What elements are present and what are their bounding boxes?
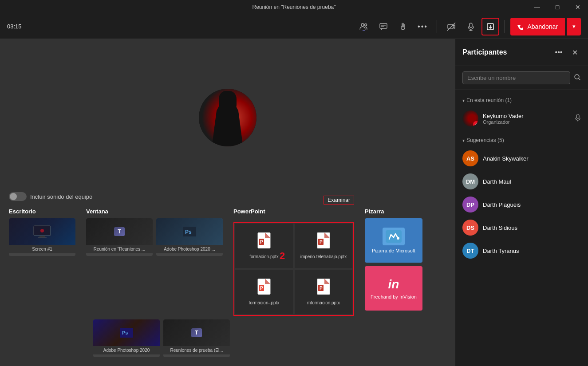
pizarra-microsoft[interactable]: Pizarra de Microsoft	[365, 218, 422, 263]
ppt-icon-3: P	[257, 279, 271, 298]
svg-rect-41	[576, 114, 579, 118]
participants-list: ▾ En esta reunión (1) Keykumo Vader Orga…	[455, 90, 588, 366]
share-button[interactable]	[481, 18, 499, 35]
examinar-button[interactable]: Examinar	[324, 196, 354, 205]
screen1-preview	[9, 218, 75, 245]
maximize-button[interactable]: □	[547, 0, 568, 14]
svg-rect-3	[380, 24, 387, 28]
svg-point-1	[365, 24, 367, 26]
participant-darth-tyranus[interactable]: DT Darth Tyranus	[455, 239, 588, 262]
search-icon-button[interactable]	[574, 74, 581, 83]
chat-icon	[379, 22, 388, 31]
abandon-dropdown-button[interactable]: ▾	[567, 18, 581, 35]
participant-darth-maul[interactable]: DM Darth Maul	[455, 170, 588, 193]
ventana-title: Ventana	[86, 208, 223, 215]
pptx-icon: P	[257, 232, 271, 248]
keykumo-avatar	[462, 110, 478, 126]
ppt-imperio[interactable]: P imperio-teletrabajo.pptx	[295, 224, 352, 268]
dm-name: Darth Maul	[483, 178, 581, 185]
participants-button[interactable]	[355, 18, 373, 35]
ppt-label-4: mformacion.pptx	[307, 300, 340, 305]
sound-toggle-switch[interactable]	[9, 192, 27, 201]
photoshop2-preview: Ps	[93, 319, 160, 346]
pizarra-in-label: Freehand by InVision	[371, 294, 417, 299]
window-title: Reunión en "Reuniones de prueba"	[253, 4, 336, 10]
video-area: Incluir sonido del equipo Escritorio	[0, 39, 455, 366]
powerpoint-section: PowerPoint Examinar	[233, 208, 354, 316]
photoshop2-thumbnail[interactable]: Ps Adobe Photoshop 2020	[93, 319, 160, 357]
photoshop-window-thumbnail[interactable]: Ps Adobe Photoshop 2020 ...	[156, 218, 223, 256]
svg-rect-8	[470, 23, 472, 28]
mic-button[interactable]	[462, 18, 480, 35]
ds-initials: DS	[466, 224, 474, 231]
participant-darth-sidious[interactable]: DS Darth Sidious	[455, 216, 588, 239]
photoshop2-label: Adobe Photoshop 2020	[93, 346, 160, 354]
ppt-label-2: imperio-teletrabajo.pptx	[300, 254, 347, 259]
pizarra-title: Pizarra	[365, 208, 422, 215]
powerpoint-grid: P formacion.pptx	[233, 222, 354, 316]
pizarra-grid: Pizarra de Microsoft in Freehand by InVi…	[365, 218, 422, 311]
photoshop2-icon: Ps	[120, 328, 133, 338]
invision-icon: in	[388, 277, 399, 291]
close-button[interactable]: ✕	[568, 0, 588, 14]
dp-initials: DP	[466, 201, 474, 208]
annotation-number-1: 1	[513, 22, 518, 34]
ppt-formacion2[interactable]: P formacion-.pptx	[235, 270, 293, 314]
avatar-figure	[212, 102, 243, 146]
anakin-avatar: AS	[462, 150, 478, 166]
toolbar-separator-2	[505, 20, 505, 33]
chat-button[interactable]	[375, 18, 392, 35]
ppt-mformacion[interactable]: P mformacion.pptx	[295, 270, 352, 314]
bottom-controls: Incluir sonido del equipo Escritorio	[9, 192, 446, 357]
teams-icon: T	[114, 227, 125, 236]
search-input[interactable]	[462, 71, 570, 84]
panel-more-button[interactable]: •••	[552, 46, 565, 59]
pizarra-invision[interactable]: in Freehand by InVision	[365, 266, 422, 311]
meeting-window-label: Reunión en "Reuniones ...	[86, 245, 153, 253]
more-button[interactable]: •••	[414, 18, 431, 35]
photoshop-icon: Ps	[183, 227, 196, 236]
panel-header-actions: ••• ✕	[552, 46, 581, 59]
keykumo-info: Keykumo Vader Organizador	[483, 113, 570, 125]
screen1-thumbnail[interactable]: Screen #1	[9, 218, 75, 256]
powerpoint-title: PowerPoint	[233, 208, 265, 215]
participant-keykumo[interactable]: Keykumo Vader Organizador	[455, 107, 588, 130]
sound-toggle-row: Incluir sonido del equipo	[9, 192, 446, 201]
participant-darth-plagueis[interactable]: DP Darth Plagueis	[455, 193, 588, 216]
svg-point-0	[361, 24, 364, 26]
screen1-icon	[33, 225, 51, 238]
abandon-button[interactable]: Abandonar	[510, 18, 565, 35]
pizarra-section: Pizarra Pizarra de Microsoft	[365, 208, 422, 316]
video-button[interactable]	[442, 18, 460, 35]
in-meeting-arrow: ▾	[462, 98, 465, 103]
svg-text:Ps: Ps	[122, 330, 128, 335]
minimize-button[interactable]: —	[527, 0, 547, 14]
abandon-label: Abandonar	[527, 23, 558, 30]
panel-close-button[interactable]: ✕	[568, 46, 581, 59]
ds-avatar: DS	[462, 220, 478, 236]
toolbar: 03:15 •••	[0, 14, 588, 39]
meeting-window-thumbnail[interactable]: T Reunión en "Reuniones ...	[86, 218, 153, 256]
dm-initials: DM	[466, 178, 475, 185]
screen1-label: Screen #1	[9, 245, 75, 253]
share-icon	[486, 22, 495, 31]
dt-initials: DT	[466, 248, 474, 254]
mic-icon	[466, 22, 475, 31]
ppt-label-1: formacion.pptx	[249, 254, 279, 259]
ventana-section: Ventana T Reunión en "Reuniones ...	[86, 208, 223, 316]
dp-info: Darth Plagueis	[483, 201, 581, 208]
suggestions-label: Sugerencias (5)	[466, 137, 504, 143]
raise-hand-button[interactable]	[394, 18, 412, 35]
keykumo-role: Organizador	[483, 119, 570, 125]
whiteboard-icon	[386, 230, 402, 243]
keykumo-mic-icon	[575, 114, 581, 123]
reuniones-thumbnail[interactable]: T Reuniones de prueba (El...	[163, 319, 230, 357]
participant-anakin[interactable]: AS Anakin Skywalker	[455, 147, 588, 170]
organizer-badge	[473, 121, 478, 126]
dropdown-icon: ▾	[572, 23, 576, 30]
video-icon	[447, 22, 456, 31]
dp-name: Darth Plagueis	[483, 201, 581, 208]
pptx-icon-2: P	[316, 232, 331, 248]
panel-title: Participantes	[462, 48, 507, 56]
section-in-meeting: ▾ En esta reunión (1)	[455, 94, 588, 107]
